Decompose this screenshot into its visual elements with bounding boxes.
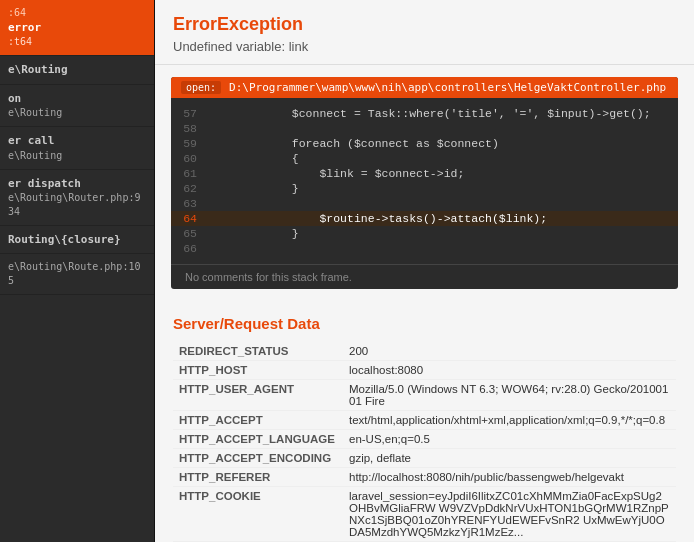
code-line: 60 { [171, 151, 678, 166]
line-number: 63 [171, 197, 209, 210]
server-key: HTTP_ACCEPT_ENCODING [173, 449, 343, 468]
line-number: 58 [171, 122, 209, 135]
server-value: text/html,application/xhtml+xml,applicat… [343, 411, 676, 430]
frame-file: e\Routing [8, 106, 146, 120]
line-number: 57 [171, 107, 209, 120]
error-header: ErrorException Undefined variable: link [155, 0, 694, 65]
server-row: HTTP_USER_AGENTMozilla/5.0 (Windows NT 6… [173, 380, 676, 411]
sidebar-item-6[interactable]: Routing\{closure} [0, 226, 154, 254]
server-key: REDIRECT_STATUS [173, 342, 343, 361]
server-value: http://localhost:8080/nih/public/basseng… [343, 468, 676, 487]
sidebar-item-3[interactable]: on e\Routing [0, 85, 154, 127]
line-number: 65 [171, 227, 209, 240]
frame-error-file: :t64 [8, 35, 146, 49]
server-section: Server/Request Data REDIRECT_STATUS200HT… [155, 301, 694, 542]
line-number: 66 [171, 242, 209, 255]
main-content: ErrorException Undefined variable: link … [155, 0, 694, 542]
server-row: HTTP_ACCEPTtext/html,application/xhtml+x… [173, 411, 676, 430]
code-lines: 57 $connect = Task::where('title', '=', … [171, 98, 678, 264]
frame-label: Routing\{closure} [8, 232, 146, 247]
code-line: 64 $routine->tasks()->attach($link); [171, 211, 678, 226]
code-line: 58 [171, 121, 678, 136]
file-path: D:\Programmer\wamp\www\nih\app\controlle… [229, 81, 666, 94]
code-line: 63 [171, 196, 678, 211]
line-code: foreach ($connect as $connect) [209, 137, 499, 150]
server-row: HTTP_HOSTlocalhost:8080 [173, 361, 676, 380]
line-number: 64 [171, 212, 209, 225]
server-key: HTTP_USER_AGENT [173, 380, 343, 411]
error-message: Undefined variable: link [173, 39, 676, 54]
server-table: REDIRECT_STATUS200HTTP_HOSTlocalhost:808… [173, 342, 676, 542]
sidebar-item-7[interactable]: e\Routing\Route.php:105 [0, 254, 154, 295]
sidebar: :64 error :t64 e\Routing on e\Routing er… [0, 0, 155, 542]
server-value: 200 [343, 342, 676, 361]
line-code: } [209, 227, 299, 240]
code-line: 62 } [171, 181, 678, 196]
server-title: Server/Request Data [173, 315, 676, 332]
server-row: HTTP_REFERERhttp://localhost:8080/nih/pu… [173, 468, 676, 487]
line-number: 60 [171, 152, 209, 165]
server-key: HTTP_HOST [173, 361, 343, 380]
sidebar-item-1[interactable]: :64 error :t64 [0, 0, 154, 56]
line-code: $link = $connect->id; [209, 167, 464, 180]
server-key: HTTP_REFERER [173, 468, 343, 487]
frame-label: er call [8, 133, 146, 148]
frame-file: e\Routing\Router.php:934 [8, 191, 146, 219]
line-number: 59 [171, 137, 209, 150]
code-line: 65 } [171, 226, 678, 241]
error-title: ErrorException [173, 14, 676, 35]
frame-file: e\Routing [8, 149, 146, 163]
server-row: HTTP_ACCEPT_LANGUAGEen-US,en;q=0.5 [173, 430, 676, 449]
open-badge: open: [181, 81, 221, 94]
server-key: HTTP_ACCEPT_LANGUAGE [173, 430, 343, 449]
line-code: } [209, 182, 299, 195]
frame-label: on [8, 91, 146, 106]
line-number: 61 [171, 167, 209, 180]
server-key: HTTP_COOKIE [173, 487, 343, 542]
sidebar-item-5[interactable]: er dispatch e\Routing\Router.php:934 [0, 170, 154, 226]
server-value: gzip, deflate [343, 449, 676, 468]
line-code: $connect = Task::where('title', '=', $in… [209, 107, 651, 120]
code-header: open: D:\Programmer\wamp\www\nih\app\con… [171, 77, 678, 98]
sidebar-item-2[interactable]: e\Routing [0, 56, 154, 84]
server-value: en-US,en;q=0.5 [343, 430, 676, 449]
code-line: 59 foreach ($connect as $connect) [171, 136, 678, 151]
code-line: 61 $link = $connect->id; [171, 166, 678, 181]
frame-error-label: error [8, 20, 146, 35]
server-row: HTTP_COOKIElaravel_session=eyJpdiI6Ilitx… [173, 487, 676, 542]
line-code: { [209, 152, 299, 165]
server-row: HTTP_ACCEPT_ENCODINGgzip, deflate [173, 449, 676, 468]
frame-label: e\Routing [8, 62, 146, 77]
server-value: localhost:8080 [343, 361, 676, 380]
line-code: $routine->tasks()->attach($link); [209, 212, 547, 225]
frame-label: er dispatch [8, 176, 146, 191]
code-panel: open: D:\Programmer\wamp\www\nih\app\con… [171, 77, 678, 289]
code-line: 57 $connect = Task::where('title', '=', … [171, 106, 678, 121]
server-tbody: REDIRECT_STATUS200HTTP_HOSTlocalhost:808… [173, 342, 676, 542]
line-number: 62 [171, 182, 209, 195]
server-value: Mozilla/5.0 (Windows NT 6.3; WOW64; rv:2… [343, 380, 676, 411]
sidebar-item-4[interactable]: er call e\Routing [0, 127, 154, 169]
code-comment: No comments for this stack frame. [171, 264, 678, 289]
frame-file: e\Routing\Route.php:105 [8, 260, 146, 288]
server-row: REDIRECT_STATUS200 [173, 342, 676, 361]
server-key: HTTP_ACCEPT [173, 411, 343, 430]
server-value: laravel_session=eyJpdiI6IlitxZC01cXhMMmZ… [343, 487, 676, 542]
code-line: 66 [171, 241, 678, 256]
frame-num: :64 [8, 6, 146, 20]
